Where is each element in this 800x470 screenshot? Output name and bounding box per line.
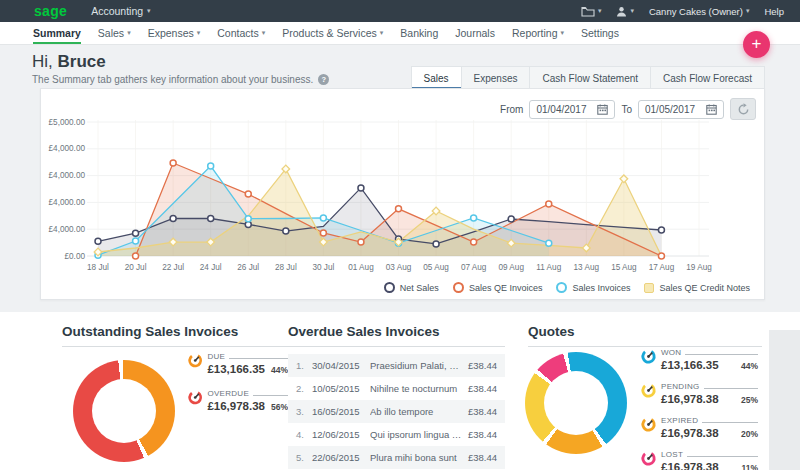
- svg-text:£5,000.00: £5,000.00: [49, 118, 86, 127]
- help-link[interactable]: Help: [764, 6, 784, 17]
- stat-label: PENDING: [661, 382, 700, 391]
- invoice-row[interactable]: 4.12/06/2015Qui ipsorum lingua Celtae£38…: [288, 423, 505, 446]
- to-label: To: [621, 104, 632, 115]
- stat-value-row: £16,978.3825%: [661, 393, 758, 405]
- outstanding-donut-chart: [73, 360, 175, 462]
- svg-text:11 Aug: 11 Aug: [536, 263, 561, 272]
- to-date-box: [638, 100, 724, 119]
- stat-main: PENDING£16,978.3825%: [661, 382, 758, 405]
- invoice-row[interactable]: 3.16/05/2015Ab illo tempore£38.44: [288, 400, 505, 423]
- product-switcher[interactable]: Accounting ▾: [91, 5, 150, 17]
- stat-expired: EXPIRED£16,978.3820%: [640, 416, 758, 439]
- row-date: 16/05/2015: [312, 406, 370, 417]
- nav-item-label: Products & Services: [282, 27, 377, 39]
- stat-label: OVERDUE: [207, 389, 249, 398]
- stat-label-row: WON: [661, 348, 758, 357]
- gauge-icon: [187, 389, 203, 406]
- user-menu-button[interactable]: ▾: [616, 6, 634, 17]
- chevron-down-icon: ▾: [630, 7, 634, 15]
- to-date-input[interactable]: [645, 104, 700, 115]
- nav-item-reporting[interactable]: Reporting▾: [512, 22, 564, 44]
- stat-main: OVERDUE£16,978.3856%: [207, 389, 288, 412]
- nav-item-expenses[interactable]: Expenses▾: [148, 22, 201, 44]
- account-name: Canny Cakes (Owner): [649, 6, 743, 17]
- topbar: sage Accounting ▾ ▾ ▾ Canny Cakes (Owner…: [0, 0, 800, 22]
- panel-title: Quotes: [528, 312, 762, 347]
- svg-text:20 Jul: 20 Jul: [125, 263, 147, 272]
- invoice-row[interactable]: 2.10/05/2015Nihilne te nocturnum£38.44: [288, 377, 505, 400]
- stat-label-row: OVERDUE: [207, 389, 288, 398]
- stat-value-row: £16,978.3856%: [207, 400, 288, 412]
- sales-chart-card: From To £5,000.00£4,000.00£4,000.00£4,00…: [40, 88, 765, 300]
- gauge-icon: [640, 348, 657, 365]
- calendar-icon[interactable]: [706, 104, 717, 115]
- legend-item-sales-invoices[interactable]: Sales Invoices: [556, 282, 630, 293]
- stat-value: £16,978.38: [661, 427, 719, 439]
- company-menu-button[interactable]: ▾: [581, 6, 602, 17]
- nav-item-products-services[interactable]: Products & Services▾: [282, 22, 383, 44]
- chevron-down-icon: ▾: [746, 7, 750, 15]
- row-amount: £38.44: [468, 360, 497, 371]
- nav-item-sales[interactable]: Sales▾: [98, 22, 131, 44]
- account-menu[interactable]: Canny Cakes (Owner) ▾: [649, 6, 750, 17]
- stat-label-row: PENDING: [661, 382, 758, 391]
- svg-text:03 Aug: 03 Aug: [386, 263, 412, 272]
- tab-expenses[interactable]: Expenses: [462, 67, 531, 89]
- svg-text:01 Aug: 01 Aug: [348, 263, 374, 272]
- nav-item-label: Sales: [98, 27, 124, 39]
- legend-item-net-sales[interactable]: Net Sales: [384, 282, 439, 293]
- stat-label: EXPIRED: [661, 416, 698, 425]
- stat-label-row: EXPIRED: [661, 416, 758, 425]
- summary-tabs: SalesExpensesCash Flow StatementCash Flo…: [411, 66, 765, 89]
- legend-label: Sales QE Invoices: [469, 283, 543, 293]
- nav-item-summary[interactable]: Summary: [33, 22, 81, 44]
- tab-cash-flow-forecast[interactable]: Cash Flow Forecast: [651, 67, 764, 89]
- gauge-icon: [187, 352, 203, 369]
- row-number: 2.: [296, 383, 312, 394]
- legend-item-sales-qe-credit-notes[interactable]: Sales QE Credit Notes: [644, 283, 750, 293]
- page-subtitle: The Summary tab gathers key information …: [32, 74, 329, 85]
- legend-label: Sales Invoices: [572, 283, 630, 293]
- chevron-down-icon: ▾: [560, 29, 564, 37]
- nav-item-contacts[interactable]: Contacts▾: [217, 22, 265, 44]
- from-date-input[interactable]: [536, 104, 591, 115]
- add-button[interactable]: +: [743, 31, 770, 58]
- from-label: From: [500, 104, 523, 115]
- gauge-icon: [640, 416, 657, 433]
- legend-swatch: [644, 283, 654, 293]
- row-description: Praesidium Palati, nihil urbis: [370, 360, 468, 371]
- outstanding-invoices-panel: Outstanding Sales Invoices DUE£13,166.35…: [62, 312, 288, 470]
- stat-main: WON£13,166.3544%: [661, 348, 758, 371]
- invoice-row[interactable]: 5.22/06/2015Plura mihi bona sunt£38.44: [288, 446, 505, 469]
- tab-sales[interactable]: Sales: [412, 67, 462, 89]
- stat-due: DUE£13,166.3544%: [187, 352, 288, 375]
- invoice-row[interactable]: 1.30/04/2015Praesidium Palati, nihil urb…: [288, 354, 505, 377]
- stat-value: £13,166.35: [207, 363, 265, 375]
- svg-text:£0.00: £0.00: [65, 252, 86, 261]
- row-amount: £38.44: [468, 383, 497, 394]
- row-description: Plura mihi bona sunt: [370, 452, 468, 463]
- stat-value-row: £16,978.3811%: [661, 461, 758, 470]
- row-amount: £38.44: [468, 406, 497, 417]
- stat-label: WON: [661, 348, 681, 357]
- refresh-icon: [737, 103, 750, 116]
- stat-overdue: OVERDUE£16,978.3856%: [187, 389, 288, 412]
- nav-item-journals[interactable]: Journals: [455, 22, 495, 44]
- nav-item-settings[interactable]: Settings: [581, 22, 619, 44]
- svg-text:19 Aug: 19 Aug: [686, 263, 712, 272]
- sage-logo[interactable]: sage: [34, 1, 67, 21]
- calendar-icon[interactable]: [597, 104, 608, 115]
- legend-swatch: [556, 282, 567, 293]
- nav-item-label: Reporting: [512, 27, 558, 39]
- chevron-down-icon: ▾: [598, 7, 602, 15]
- overdue-invoices-panel: Overdue Sales Invoices 1.30/04/2015Praes…: [288, 312, 505, 470]
- nav-item-banking[interactable]: Banking: [400, 22, 438, 44]
- quotes-panel: Quotes WON£13,166.3544%PENDING£16,978.38…: [528, 312, 762, 470]
- help-icon[interactable]: ?: [318, 74, 329, 85]
- legend-item-sales-qe-invoices[interactable]: Sales QE Invoices: [453, 282, 543, 293]
- svg-text:05 Aug: 05 Aug: [423, 263, 449, 272]
- tab-cash-flow-statement[interactable]: Cash Flow Statement: [530, 67, 651, 89]
- quotes-donut-chart: [525, 352, 627, 454]
- svg-text:15 Aug: 15 Aug: [611, 263, 637, 272]
- row-amount: £38.44: [468, 452, 497, 463]
